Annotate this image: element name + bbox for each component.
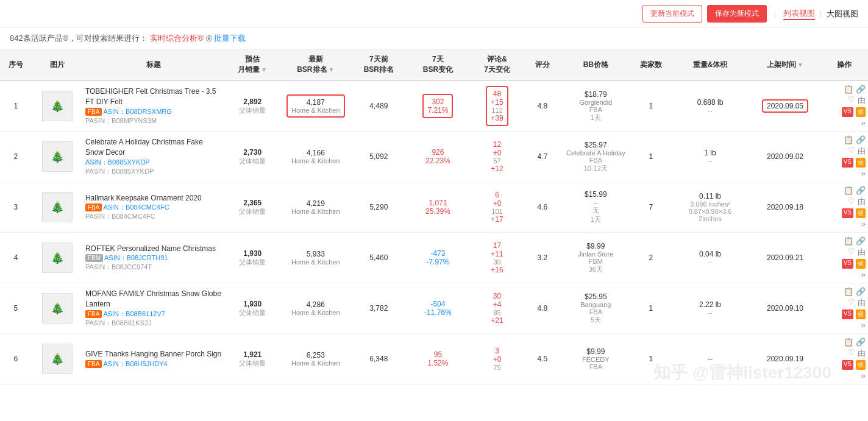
cell-bsr7change: -473-7.97% [407, 233, 470, 283]
heart-icon[interactable]: ♡ [848, 196, 855, 207]
cell-listdate: 2020.09.02 [750, 132, 821, 182]
cn-badge[interactable]: 侯 [856, 360, 866, 370]
copy-icon[interactable]: 📋 [844, 186, 853, 195]
vs-badge[interactable]: VS [842, 259, 853, 269]
expand-icon[interactable]: » [861, 270, 866, 279]
cell-bsr: 4,219Home & Kitchen [280, 182, 352, 233]
copy-icon[interactable]: 📋 [844, 287, 853, 296]
cell-bb: $15.99--无1天 [560, 182, 631, 233]
cell-reviews: 48+15112+39 [469, 80, 525, 132]
link-icon[interactable]: 🔗 [856, 338, 866, 347]
link-icon[interactable]: 🔗 [856, 85, 866, 94]
expand-icon[interactable]: » [861, 169, 866, 178]
cell-title: Hallmark Keepsake Ornament 2020 FBAASIN：… [83, 182, 225, 233]
cell-monthly: 1,930父体销量 [225, 233, 280, 283]
cell-sellers: 1 [631, 132, 671, 182]
cn-badge[interactable]: 侯 [856, 158, 866, 168]
cell-bsr7: 6,348 [351, 334, 407, 384]
cell-img: 🎄 [32, 182, 83, 233]
list-view-link[interactable]: 列表视图 [783, 8, 815, 20]
copy-icon[interactable]: 📋 [844, 135, 853, 144]
cell-bsr7change: 951.52% [407, 334, 470, 384]
vs-badge[interactable]: VS [842, 158, 853, 168]
cell-seq: 3 [0, 182, 32, 233]
expand-icon[interactable]: » [861, 371, 866, 380]
cell-rating: 4.8 [525, 80, 560, 132]
cell-title: Celebrate A Holiday Christmas Fake Snow … [83, 132, 225, 182]
col-monthly[interactable]: 预估 月销量▼ [225, 49, 280, 80]
cell-seq: 6 [0, 334, 32, 384]
save-mode-btn[interactable]: 保存为新模式 [707, 5, 767, 23]
chart-icon[interactable]: 由 [858, 196, 866, 207]
col-img: 图片 [32, 49, 83, 80]
vs-badge[interactable]: VS [842, 360, 853, 370]
chart-icon[interactable]: 由 [858, 297, 866, 308]
cell-title: MOFANG FAMILY Christmas Snow Globe Lante… [83, 283, 225, 334]
copy-icon[interactable]: 📋 [844, 236, 853, 246]
table-header: 序号 图片 标题 预估 月销量▼ 最新 BSR排名▼ 7天前 BSR排名 7天 … [0, 49, 868, 80]
cn-badge[interactable]: 侯 [856, 107, 866, 117]
cell-img: 🎄 [32, 233, 83, 283]
cell-seq: 2 [0, 132, 32, 182]
chart-icon[interactable]: 由 [858, 95, 866, 106]
table-row: 1🎄TOBEHIGHER Felt Christmas Tree - 3.5 F… [0, 80, 868, 132]
realtime-analysis-link[interactable]: 实时综合分析® [150, 33, 204, 44]
cell-reviews: 12+057+12 [469, 132, 525, 182]
cell-bsr7: 3,782 [351, 283, 407, 334]
cell-bb: $9.99Jinlan StoreFBM36天 [560, 233, 631, 283]
expand-icon[interactable]: » [861, 219, 866, 228]
product-count: 842条活跃产品®，可对搜索结果进行： [10, 33, 148, 44]
chart-icon[interactable]: 由 [858, 146, 866, 157]
cell-bsr7: 5,092 [351, 132, 407, 182]
cell-img: 🎄 [32, 80, 83, 132]
link-icon[interactable]: 🔗 [856, 287, 866, 296]
cell-listdate: 2020.09.19 [750, 334, 821, 384]
cell-weight: 0.688 lb-- [671, 80, 749, 132]
cell-bsr7change: 1,07125.39% [407, 182, 470, 233]
vs-badge[interactable]: VS [842, 310, 853, 319]
col-bsr[interactable]: 最新 BSR排名▼ [280, 49, 352, 80]
heart-icon[interactable]: ♡ [848, 95, 855, 106]
heart-icon[interactable]: ♡ [848, 146, 855, 157]
vs-badge[interactable]: VS [842, 107, 853, 117]
cell-sellers: 2 [631, 233, 671, 283]
heart-icon[interactable]: ♡ [848, 297, 855, 308]
col-listdate[interactable]: 上架时间▼ [750, 49, 821, 80]
cell-monthly: 1,930父体销量 [225, 283, 280, 334]
cn-badge[interactable]: 侯 [856, 310, 866, 319]
cell-bsr7: 5,460 [351, 233, 407, 283]
link-icon[interactable]: 🔗 [856, 135, 866, 144]
copy-icon[interactable]: 📋 [844, 85, 853, 94]
cell-listdate: 2020.09.21 [750, 233, 821, 283]
heart-icon[interactable]: ♡ [848, 348, 855, 359]
batch-download-link[interactable]: 批量下载 [214, 33, 246, 44]
vs-badge[interactable]: VS [842, 208, 853, 218]
cell-rating: 4.6 [525, 182, 560, 233]
expand-icon[interactable]: » [861, 118, 866, 127]
col-reviews: 评论& 7天变化 [469, 49, 525, 80]
cell-bsr7: 5,290 [351, 182, 407, 233]
grid-view-link[interactable]: 大图视图 [827, 9, 858, 19]
cell-sellers: 1 [631, 334, 671, 384]
cell-monthly: 2,730父体销量 [225, 132, 280, 182]
cell-weight: -- [671, 334, 749, 384]
cn-badge[interactable]: 侯 [856, 208, 866, 218]
cell-reviews: 6+0101+17 [469, 182, 525, 233]
expand-icon[interactable]: » [861, 320, 866, 330]
cn-badge[interactable]: 侯 [856, 259, 866, 269]
table-row: 2🎄Celebrate A Holiday Christmas Fake Sno… [0, 132, 868, 182]
link-icon[interactable]: 🔗 [856, 186, 866, 195]
chart-icon[interactable]: 由 [858, 247, 866, 258]
table-row: 5🎄MOFANG FAMILY Christmas Snow Globe Lan… [0, 283, 868, 334]
products-table: 序号 图片 标题 预估 月销量▼ 最新 BSR排名▼ 7天前 BSR排名 7天 … [0, 49, 868, 384]
cell-monthly: 2,365父体销量 [225, 182, 280, 233]
update-mode-btn[interactable]: 更新当前模式 [642, 5, 702, 23]
cell-weight: 2.22 lb-- [671, 283, 749, 334]
cell-rating: 4.7 [525, 132, 560, 182]
copy-icon[interactable]: 📋 [844, 338, 853, 347]
col-weight: 重量&体积 [671, 49, 749, 80]
chart-icon[interactable]: 由 [858, 348, 866, 359]
cell-title: TOBEHIGHER Felt Christmas Tree - 3.5 FT … [83, 80, 225, 132]
link-icon[interactable]: 🔗 [856, 236, 866, 246]
heart-icon[interactable]: ♡ [848, 247, 855, 258]
